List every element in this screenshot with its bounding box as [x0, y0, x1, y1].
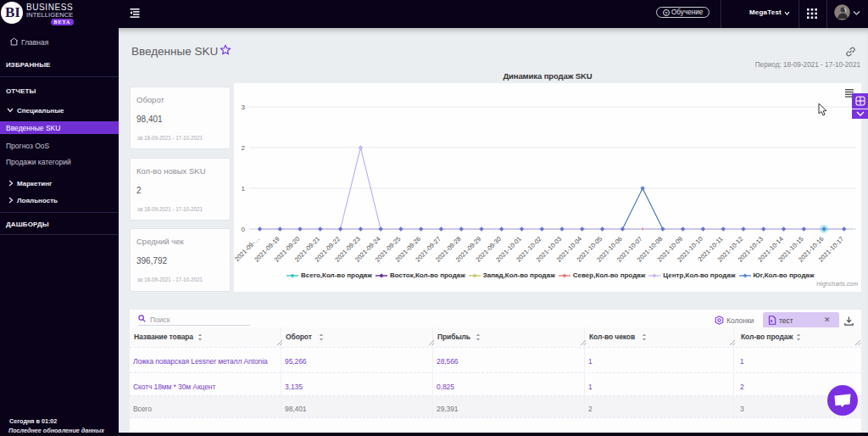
svg-text:1: 1 — [242, 185, 246, 193]
svg-text:3: 3 — [242, 103, 246, 111]
svg-text:0: 0 — [242, 226, 246, 233]
svg-text:x: x — [771, 318, 774, 323]
svg-text:2: 2 — [242, 144, 246, 152]
